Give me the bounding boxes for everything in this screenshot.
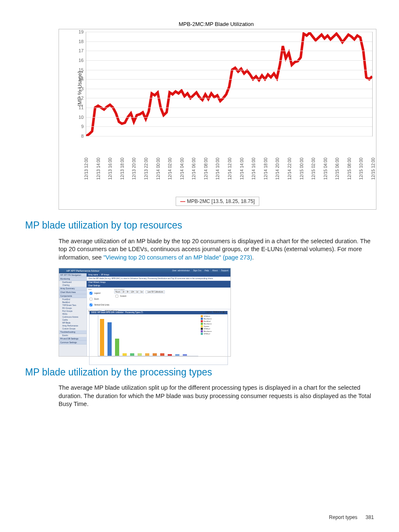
bar: [130, 353, 134, 356]
page-footer: Report types 381: [329, 514, 374, 520]
chart-title: MPB-2MC:MP Blade Utilization: [59, 21, 374, 27]
bar: [145, 353, 149, 356]
sidebar-item[interactable]: Port Groups: [59, 310, 87, 313]
sidebar-item[interactable]: Charting: [59, 284, 87, 287]
band-chart-wizard: Chart Wizard: Arrays: [87, 281, 230, 284]
chk-vgrid[interactable]: Vertical Grid Lines: [88, 302, 110, 308]
bar: [153, 353, 157, 356]
breadcrumb[interactable]: Array name → XP Arrays: [87, 273, 230, 277]
sidebar-item[interactable]: Array Performance: [59, 324, 87, 327]
footer-page-number: 381: [366, 514, 374, 520]
sidebar-group[interactable]: Common Settings: [59, 341, 87, 344]
utilization-line-chart: MPB-2MC:MP Blade Utilization [MP % Usage…: [59, 21, 374, 210]
footer-section-label: Report types: [329, 514, 358, 520]
top-button[interactable]: User: administrator: [171, 269, 191, 272]
last50-button[interactable]: Last 50 Collections: [146, 290, 165, 293]
sidebar-item[interactable]: THP/Smart Tiers: [59, 304, 87, 307]
duration-group[interactable]: Hours1h3h12h1d1w: [114, 290, 144, 293]
bar: [168, 354, 172, 356]
sidebar-item[interactable]: Events: [59, 334, 87, 337]
sidebar-group[interactable]: PA and DB Settings: [59, 337, 87, 341]
chk-zoom[interactable]: Zoom: [88, 296, 110, 302]
top-button[interactable]: Sign Out: [192, 269, 202, 272]
sidebar-item[interactable]: Continuous Access: [59, 316, 87, 319]
bar: [160, 353, 164, 356]
chk-custom[interactable]: Custom: [114, 293, 165, 299]
top-resources-text-2: .: [252, 254, 254, 261]
sidebar-group[interactable]: Array Summary: [59, 287, 87, 290]
bar: [100, 319, 104, 355]
proc-types-body: The average MP blade utilization split u…: [59, 384, 374, 409]
sidebar-group[interactable]: Chart Work Area: [59, 290, 87, 294]
sidebar-item[interactable]: Custom Groups: [59, 327, 87, 330]
embedded-chart-toolbar[interactable]: Legend · Reference ▦ ⤢: [205, 311, 227, 313]
section-heading-proc-types: MP blade utilization by the processing t…: [25, 367, 374, 378]
sidebar-item[interactable]: RG Groups: [59, 307, 87, 310]
sidebar-item[interactable]: FrontEnd: [59, 298, 87, 301]
band-chart-settings: Chart Settings: [87, 284, 230, 288]
top-resources-body: The average utilization of an MP blade b…: [59, 237, 374, 262]
sidebar-item[interactable]: BackEnd: [59, 301, 87, 304]
bar: [183, 354, 187, 356]
section-heading-top-resources: MP blade utilization by top resources: [25, 220, 374, 231]
top-button[interactable]: Support: [220, 269, 230, 272]
sidebar-group[interactable]: Troubleshooting: [59, 330, 87, 334]
embedded-chart-legend: OPEN-VMainframeBackEndMainframeSystemOPE…: [201, 315, 227, 335]
chk-legend[interactable]: Legend: [88, 290, 110, 296]
sidebar-item[interactable]: Cache: [59, 319, 87, 321]
chart-legend: —MPB-2MC [13.5, 18.25, 18.75]: [60, 197, 375, 206]
sidebar-item[interactable]: Dashboard: [59, 281, 87, 284]
bar: [138, 353, 142, 356]
sidebar-group[interactable]: Components: [59, 294, 87, 298]
bar: [115, 339, 119, 356]
bar: [107, 322, 112, 356]
sidebar-item[interactable]: MP Blade: [59, 321, 87, 324]
embedded-app-screenshot: HP XP7 Performance Advisor User: adminis…: [59, 268, 231, 357]
link-top20-consumers[interactable]: "Viewing top 20 consumers of an MP blade…: [103, 254, 252, 261]
hint-text: Click the MP blade (for e.g. MPB-2MC) to…: [87, 277, 230, 281]
sidebar-group[interactable]: Monitoring: [59, 277, 87, 281]
bar: [123, 353, 127, 356]
legend-series-label: MPB-2MC [13.5, 18.25, 18.75]: [187, 198, 255, 204]
sidebar-item[interactable]: HDDs: [59, 313, 87, 316]
app-window-title: HP XP7 Performance Advisor: [66, 268, 100, 273]
bar: [175, 354, 179, 356]
top-button[interactable]: Help: [203, 269, 210, 272]
top-button[interactable]: About: [211, 269, 219, 272]
